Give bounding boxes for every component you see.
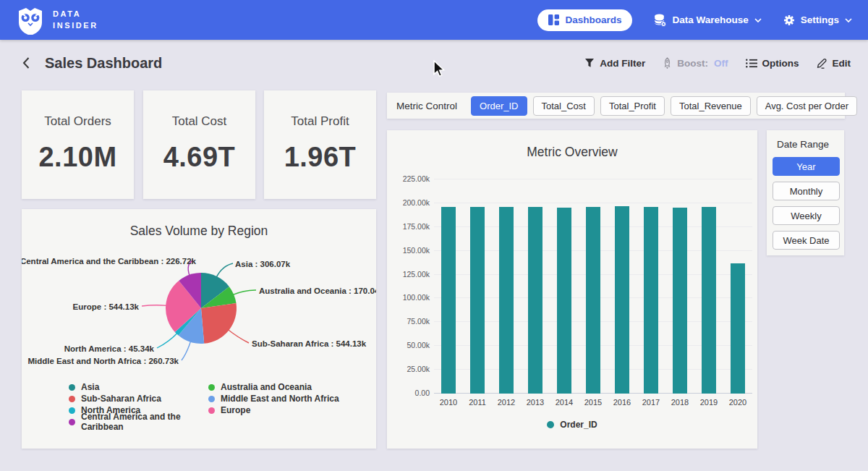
edit-button[interactable]: Edit [817, 58, 851, 69]
stat-card-total-cost: Total Cost 4.69T [143, 90, 255, 199]
bar-2010[interactable] [441, 207, 456, 394]
metric-control-buttons: Order_IDTotal_CostTotal_ProfitTotal_Reve… [471, 96, 857, 116]
y-tick-label: 25.00k [390, 365, 430, 373]
grid-line [434, 179, 752, 179]
pencil-icon [817, 58, 827, 69]
metric-option-total-revenue[interactable]: Total_Revenue [671, 96, 751, 116]
legend-label: Australia and Oceania [221, 382, 312, 392]
metric-control-label: Metric Control [396, 101, 457, 111]
bar-2017[interactable] [644, 207, 658, 394]
options-button[interactable]: Options [746, 58, 799, 69]
bar-x-axis-labels: 2010201120122013201420152016201720182019… [434, 398, 752, 407]
legend-item-middle-east-and-north-africa[interactable]: Middle East and North Africa [208, 393, 376, 404]
legend-item-sub-saharan-africa[interactable]: Sub-Saharan Africa [69, 393, 208, 404]
legend-dot [69, 419, 75, 425]
database-icon [654, 14, 666, 27]
pie-legend: AsiaSub-Saharan AfricaNorth AmericaCentr… [69, 381, 376, 428]
bar-2016[interactable] [615, 206, 629, 394]
page-header: Sales Dashboard Add Filter Boost: Off [0, 40, 868, 86]
bar-2015[interactable] [586, 207, 600, 394]
stat-value: 2.10M [38, 142, 116, 173]
bar-chart-title: Metric Overview [387, 145, 757, 160]
add-filter-label: Add Filter [600, 58, 645, 69]
data-warehouse-menu[interactable]: Data Warehouse [654, 14, 761, 27]
metric-option-total-profit[interactable]: Total_Profit [600, 96, 665, 116]
stat-card-total-profit: Total Profit 1.96T [264, 90, 376, 199]
date-range-option-year[interactable]: Year [773, 157, 840, 176]
dashboards-button[interactable]: Dashboards [537, 9, 632, 31]
pie-chart-card: Sales Volume by Region Asia : 306.07kAus… [22, 209, 376, 449]
stat-label: Total Cost [172, 114, 227, 129]
bar-2014[interactable] [557, 208, 571, 394]
pie-slice-sub-saharan-africa[interactable] [201, 303, 237, 344]
bar-2011[interactable] [470, 207, 485, 394]
settings-menu[interactable]: Settings [783, 14, 852, 26]
y-tick-label: 100.00k [390, 293, 430, 302]
brand-logo[interactable]: DATA INSIDER [16, 6, 98, 35]
legend-item-europe[interactable]: Europe [208, 404, 376, 416]
pie-leader-line [228, 329, 249, 343]
bar-x-label: 2019 [694, 398, 723, 407]
list-icon [746, 59, 757, 68]
brand-line2: INSIDER [53, 20, 98, 32]
y-tick-label: 150.00k [390, 246, 430, 255]
date-range-option-weekly[interactable]: Weekly [773, 206, 840, 225]
y-tick-label: 75.00k [390, 317, 430, 326]
legend-item-australia-and-oceania[interactable]: Australia and Oceania [208, 381, 376, 393]
pie-label-north-america: North America : 45.34k [64, 344, 155, 353]
bar-x-label: 2014 [550, 398, 579, 407]
bar-legend-label: Order_ID [560, 420, 597, 430]
legend-label: Sub-Saharan Africa [81, 394, 161, 404]
dashboards-label: Dashboards [565, 14, 621, 25]
edit-label: Edit [833, 58, 851, 69]
date-range-card: Date Range YearMonthlyWeeklyWeek Date [767, 130, 844, 255]
stat-value: 1.96T [284, 142, 357, 173]
bar-2019[interactable] [702, 207, 716, 394]
metric-option-total-cost[interactable]: Total_Cost [533, 96, 595, 116]
chevron-down-icon [845, 18, 852, 22]
bar-x-label: 2018 [665, 398, 694, 407]
boost-value: Off [714, 58, 728, 69]
legend-item-central-america-and-the-caribbean[interactable]: Central America and the Caribbean [69, 416, 208, 428]
stat-value: 4.69T [163, 142, 236, 173]
gear-icon [783, 14, 795, 26]
legend-dot [208, 396, 215, 402]
bar-2012[interactable] [499, 207, 514, 394]
legend-dot [69, 396, 75, 402]
legend-dot [208, 407, 215, 414]
chevron-down-icon [754, 18, 762, 22]
top-navbar: DATA INSIDER Dashboards Data Warehouse [0, 0, 868, 40]
back-button[interactable] [17, 54, 35, 72]
stat-label: Total Orders [44, 114, 111, 129]
owl-logo-icon [16, 6, 45, 35]
date-range-option-monthly[interactable]: Monthly [773, 182, 840, 200]
legend-item-asia[interactable]: Asia [69, 381, 208, 393]
grid-line [434, 203, 752, 203]
sales-volume-pie-chart[interactable]: Asia : 306.07kAustralia and Oceania : 17… [22, 242, 376, 375]
y-tick-label: 225.00k [390, 174, 430, 183]
bar-x-label: 2013 [521, 398, 550, 407]
bar-2013[interactable] [528, 207, 542, 394]
stat-card-total-orders: Total Orders 2.10M [22, 90, 134, 199]
filter-funnel-icon [584, 58, 595, 68]
boost-toggle[interactable]: Boost: Off [663, 57, 728, 69]
y-tick-label: 0.00 [390, 389, 430, 397]
metric-option-order-id[interactable]: Order_ID [471, 96, 527, 116]
chevron-left-icon [22, 56, 30, 69]
pie-leader-line [232, 290, 256, 295]
data-warehouse-label: Data Warehouse [672, 14, 748, 25]
add-filter-button[interactable]: Add Filter [584, 58, 645, 69]
y-tick-label: 125.00k [390, 270, 430, 279]
boost-label: Boost: [677, 58, 708, 69]
date-range-option-week-date[interactable]: Week Date [773, 231, 840, 250]
metric-overview-bar-chart[interactable]: 0.0025.00k50.00k75.00k100.00k125.00k150.… [434, 179, 752, 394]
bar-x-label: 2012 [492, 398, 521, 407]
bar-2020[interactable] [731, 263, 745, 394]
options-label: Options [762, 58, 799, 69]
metric-option-avg-cost-per-order[interactable]: Avg. Cost per Order [757, 96, 857, 116]
legend-label: Europe [221, 405, 250, 415]
header-actions: Add Filter Boost: Off Options [584, 57, 851, 69]
bar-2018[interactable] [673, 208, 687, 394]
rocket-icon [663, 57, 672, 69]
y-tick-label: 200.00k [390, 198, 430, 207]
